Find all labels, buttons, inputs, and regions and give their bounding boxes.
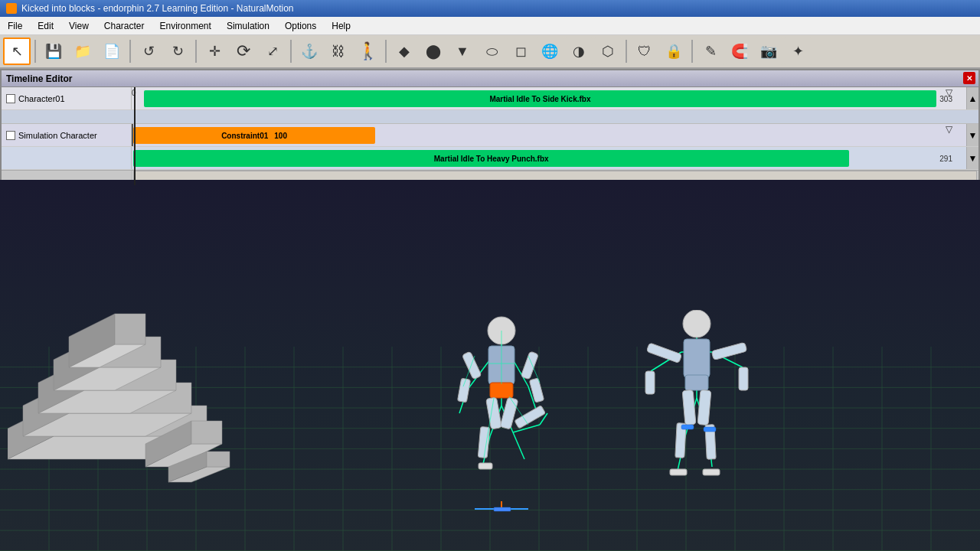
timeline-track-char01[interactable]: 0 Martial Idle To Side Kick.fbx 303 ▽ (132, 87, 966, 109)
timeline-checkbox-simchar[interactable] (6, 131, 15, 140)
timeline-bar-simchar-orange[interactable]: Constraint01 100 (133, 127, 375, 144)
svg-rect-97 (685, 375, 708, 390)
timeline-label-simchar-green (2, 147, 132, 169)
character1-figure (452, 314, 551, 513)
titlebar: Kicked into blocks - endorphin 2.7 Learn… (0, 0, 980, 17)
timeline-checkbox-char01[interactable] (6, 94, 15, 103)
tl-scroll-right-char01[interactable]: ▲ (966, 87, 978, 109)
3d-viewport[interactable] (0, 180, 980, 551)
timeline-label-text-simchar: Simulation Character (18, 131, 97, 140)
svg-rect-71 (521, 351, 538, 380)
svg-point-95 (683, 310, 710, 337)
menu-character[interactable]: Character (96, 17, 152, 34)
svg-rect-70 (462, 351, 482, 380)
camera-button[interactable]: 📷 (755, 37, 782, 65)
svg-rect-109 (704, 427, 716, 432)
capsule-button[interactable]: ⬭ (478, 37, 505, 65)
svg-rect-100 (645, 371, 655, 394)
timeline-bar-simchar-green[interactable]: Martial Idle To Heavy Punch.fbx (133, 150, 849, 167)
sphere-button[interactable]: ⬤ (420, 37, 447, 65)
svg-rect-65 (490, 383, 513, 398)
toolbar: ↖ 💾 📁 📄 ↺ ↻ ✛ ⟳ ⤢ ⚓ ⛓ 🚶 ◆ ⬤ ▼ ⬭ ◻ 🌐 ◑ ⬡ … (0, 35, 980, 69)
scale-tool-button[interactable]: ⤢ (259, 37, 286, 65)
move-tool-button[interactable]: ✛ (201, 37, 228, 65)
menu-file[interactable]: File (0, 17, 30, 34)
toolbar-separator7 (691, 40, 693, 63)
globe-button[interactable]: 🌐 (536, 37, 564, 65)
timeline-editor: Timeline Editor ✕ Character01 0 Martial … (0, 69, 980, 180)
svg-line-60 (513, 432, 524, 459)
main-area: Timeline Editor ✕ Character01 0 Martial … (0, 69, 980, 551)
svg-rect-101 (739, 367, 748, 390)
timeline-bar-label-constraint: Constraint01 (221, 132, 268, 140)
timeline-header: Timeline Editor ✕ (2, 70, 978, 87)
ik-tool-button[interactable]: ⛓ (325, 37, 352, 65)
svg-rect-102 (682, 390, 696, 425)
menu-simulation[interactable]: Simulation (219, 17, 277, 34)
menu-edit[interactable]: Edit (30, 17, 61, 34)
redo-button[interactable]: ↻ (164, 37, 191, 65)
timeline-close-button[interactable]: ✕ (963, 72, 975, 84)
timeline-label-text-char01: Character01 (18, 94, 65, 103)
menu-options[interactable]: Options (277, 17, 324, 34)
timeline-bar-label-green: Martial Idle To Heavy Punch.fbx (434, 155, 549, 163)
timeline-content: Character01 0 Martial Idle To Side Kick.… (2, 87, 978, 185)
character2-figure (643, 310, 750, 501)
pin-tool-button[interactable]: ⚓ (296, 37, 323, 65)
undo-button[interactable]: ↺ (135, 37, 162, 65)
svg-rect-103 (697, 390, 711, 425)
lock-button[interactable]: 🔒 (660, 37, 688, 65)
timeline-track-simchar-green[interactable]: Martial Idle To Heavy Punch.fbx 291 (132, 147, 966, 169)
menubar: File Edit View Character Environment Sim… (0, 17, 980, 35)
blocks-scene (8, 230, 253, 505)
svg-rect-108 (681, 425, 694, 429)
timeline-row-simchar-green: Martial Idle To Heavy Punch.fbx 291 ▼ (2, 147, 978, 170)
timeline-gap-row (2, 110, 978, 124)
shape-diamond-button[interactable]: ◆ (390, 37, 418, 65)
shield-button[interactable]: 🛡 (631, 37, 658, 65)
new-doc-button[interactable]: 📄 (98, 37, 126, 65)
cone-button[interactable]: ▼ (449, 37, 476, 65)
toolbar-separator5 (385, 40, 387, 63)
svg-rect-99 (711, 342, 747, 360)
svg-rect-72 (457, 378, 470, 403)
pen-button[interactable]: ✎ (697, 37, 724, 65)
svg-rect-66 (486, 397, 502, 429)
timeline-label-simchar: Simulation Character (2, 124, 132, 146)
svg-marker-43 (115, 314, 145, 344)
timeline-bar-endnum-constraint: 100 (274, 132, 287, 140)
figure-tool-button[interactable]: 🚶 (354, 37, 381, 65)
mesh-button[interactable]: ⬡ (594, 37, 622, 65)
timeline-row-simchar-orange: Simulation Character Constraint01 100 ▽ … (2, 124, 978, 147)
box-button[interactable]: ◻ (507, 37, 534, 65)
rotate-tool-button[interactable]: ⟳ (230, 37, 257, 65)
svg-line-61 (513, 425, 540, 432)
timeline-row-char01: Character01 0 Martial Idle To Side Kick.… (2, 87, 978, 110)
select-tool-button[interactable]: ↖ (3, 37, 31, 65)
svg-rect-83 (494, 507, 511, 511)
svg-rect-73 (529, 378, 544, 403)
timeline-track-simchar-orange[interactable]: Constraint01 100 ▽ (132, 124, 966, 146)
menu-help[interactable]: Help (324, 17, 358, 34)
half-sphere-button[interactable]: ◑ (565, 37, 593, 65)
tl-endnum-simchar-green: 291 (939, 154, 952, 162)
magnet-button[interactable]: 🧲 (726, 37, 753, 65)
svg-rect-67 (500, 397, 518, 429)
tl-scroll-right-simchar[interactable]: ▼ (966, 124, 978, 146)
toolbar-separator6 (626, 40, 627, 63)
svg-marker-46 (191, 421, 222, 444)
tl-scroll-simchar-green[interactable]: ▼ (966, 147, 978, 169)
svg-rect-106 (670, 469, 687, 475)
toolbar-separator2 (129, 40, 131, 63)
tl-arrow-end-char01: ▽ (946, 87, 952, 98)
toolbar-separator3 (195, 40, 197, 63)
save-button[interactable]: 💾 (40, 37, 67, 65)
menu-view[interactable]: View (61, 17, 96, 34)
timeline-label-char01: Character01 (2, 87, 132, 109)
timeline-playhead[interactable] (134, 87, 136, 185)
svg-rect-98 (646, 343, 681, 364)
menu-environment[interactable]: Environment (152, 17, 219, 34)
star-button[interactable]: ✦ (784, 37, 812, 65)
timeline-bar-char01-green[interactable]: Martial Idle To Side Kick.fbx (144, 90, 936, 107)
open-folder-button[interactable]: 📁 (69, 37, 96, 65)
